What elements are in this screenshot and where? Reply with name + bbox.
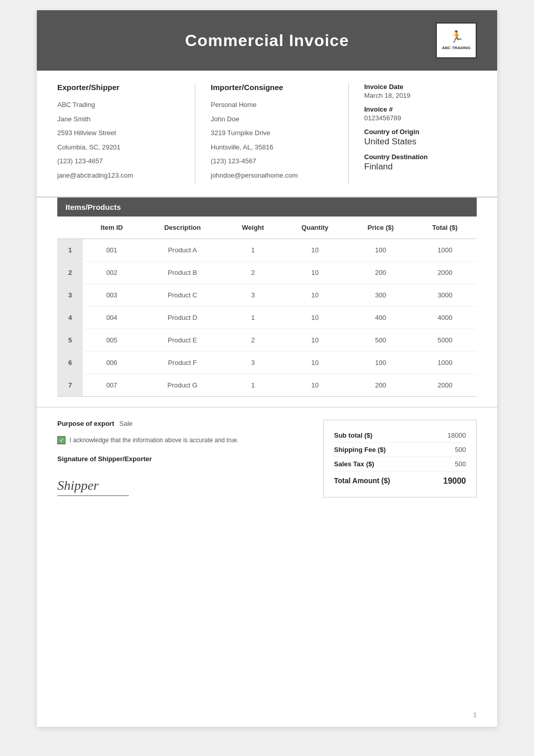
footer-section: Purpose of export Sale ✓ I acknowledge t… xyxy=(37,407,497,510)
row-price: 100 xyxy=(348,352,413,374)
destination-value: Finland xyxy=(364,162,477,172)
importer-company: Personal Home xyxy=(211,100,323,110)
row-item-id: 003 xyxy=(83,284,141,307)
row-weight: 2 xyxy=(224,262,282,284)
row-description: Product D xyxy=(141,307,224,329)
acknowledge-text: I acknowledge that the information above… xyxy=(70,436,239,445)
destination-label: Country Destination xyxy=(364,153,477,161)
table-row: 7 007 Product G 1 10 200 2000 xyxy=(57,374,477,397)
exporter-email: jane@abctrading123.com xyxy=(57,170,169,181)
row-total: 1000 xyxy=(413,239,477,262)
invoice-number-value: 0123456789 xyxy=(364,114,477,122)
row-number: 7 xyxy=(57,374,83,397)
col-qty-header: Quantity xyxy=(282,217,348,239)
exporter-header: Exporter/Shipper xyxy=(57,83,169,92)
row-item-id: 004 xyxy=(83,307,141,329)
row-number: 4 xyxy=(57,307,83,329)
table-row: 5 005 Product E 2 10 500 5000 xyxy=(57,329,477,352)
row-item-id: 006 xyxy=(83,352,141,374)
col-weight-header: Weight xyxy=(224,217,282,239)
vertical-divider xyxy=(195,83,195,184)
table-row: 2 002 Product B 2 10 200 2000 xyxy=(57,262,477,284)
purpose-value: Sale xyxy=(119,420,132,427)
header: Commercial Invoice 🏃 ABC TRADING xyxy=(37,10,497,71)
importer-header: Importer/Consignee xyxy=(211,83,323,92)
total-value: 19000 xyxy=(443,477,466,486)
row-quantity: 10 xyxy=(282,307,348,329)
subtotal-value: 18000 xyxy=(448,431,466,439)
items-table: Item ID Description Weight Quantity Pric… xyxy=(57,217,477,397)
importer-phone: (123) 123-4567 xyxy=(211,156,323,166)
exporter-company: ABC Trading xyxy=(57,100,169,110)
invoice-number-label: Invoice # xyxy=(364,105,477,113)
invoice-date-label: Invoice Date xyxy=(364,83,477,91)
table-body: 1 001 Product A 1 10 100 1000 2 002 Prod… xyxy=(57,239,477,397)
row-price: 200 xyxy=(348,374,413,397)
importer-column: Importer/Consignee Personal Home John Do… xyxy=(211,83,333,184)
table-header: Item ID Description Weight Quantity Pric… xyxy=(57,217,477,239)
col-total-header: Total ($) xyxy=(413,217,477,239)
row-total: 1000 xyxy=(413,352,477,374)
importer-address2: Huntsville, AL, 35816 xyxy=(211,142,323,153)
invoice-info-column: Invoice Date March 18, 2019 Invoice # 01… xyxy=(364,83,477,184)
row-total: 3000 xyxy=(413,284,477,307)
row-total: 5000 xyxy=(413,329,477,352)
row-weight: 2 xyxy=(224,329,282,352)
row-quantity: 10 xyxy=(282,239,348,262)
row-description: Product A xyxy=(141,239,224,262)
subtotal-row: Sub total ($) 18000 xyxy=(334,428,466,443)
col-itemid-header: Item ID xyxy=(83,217,141,239)
vertical-divider-2 xyxy=(348,83,349,184)
row-item-id: 005 xyxy=(83,329,141,352)
importer-address1: 3219 Turnpike Drive xyxy=(211,128,323,138)
exporter-phone: (123) 123-4657 xyxy=(57,156,169,166)
row-quantity: 10 xyxy=(282,284,348,307)
invoice-date-value: March 18, 2019 xyxy=(364,92,477,99)
exporter-address2: Columbia, SC, 29201 xyxy=(57,142,169,153)
row-quantity: 10 xyxy=(282,374,348,397)
row-price: 300 xyxy=(348,284,413,307)
row-quantity: 10 xyxy=(282,352,348,374)
page-number: 1 xyxy=(473,711,477,719)
row-description: Product F xyxy=(141,352,224,374)
footer-left: Purpose of export Sale ✓ I acknowledge t… xyxy=(57,420,308,498)
row-number: 1 xyxy=(57,239,83,262)
row-weight: 1 xyxy=(224,307,282,329)
total-label: Total Amount ($) xyxy=(334,477,390,486)
invoice-page: Commercial Invoice 🏃 ABC TRADING Exporte… xyxy=(37,10,497,727)
row-price: 400 xyxy=(348,307,413,329)
page-title: Commercial Invoice xyxy=(98,31,436,50)
col-desc-header: Description xyxy=(141,217,224,239)
acknowledge-row: ✓ I acknowledge that the information abo… xyxy=(57,436,308,445)
row-number: 6 xyxy=(57,352,83,374)
table-row: 4 004 Product D 1 10 400 4000 xyxy=(57,307,477,329)
row-item-id: 007 xyxy=(83,374,141,397)
importer-name: John Doe xyxy=(211,114,323,124)
row-description: Product B xyxy=(141,262,224,284)
row-total: 2000 xyxy=(413,374,477,397)
row-total: 4000 xyxy=(413,307,477,329)
row-description: Product E xyxy=(141,329,224,352)
row-weight: 3 xyxy=(224,284,282,307)
signature-area: Shipper xyxy=(57,478,129,496)
table-row: 3 003 Product C 3 10 300 3000 xyxy=(57,284,477,307)
tax-label: Sales Tax ($) xyxy=(334,460,374,468)
subtotal-label: Sub total ($) xyxy=(334,431,372,439)
items-section-title: Items/Products xyxy=(57,198,477,217)
row-weight: 3 xyxy=(224,352,282,374)
importer-email: johndoe@personalhome.com xyxy=(211,170,323,181)
acknowledge-checkbox[interactable]: ✓ xyxy=(57,436,65,444)
logo-text: ABC TRADING xyxy=(442,46,471,51)
row-number: 2 xyxy=(57,262,83,284)
row-number: 5 xyxy=(57,329,83,352)
total-row: Total Amount ($) 19000 xyxy=(334,473,466,489)
exporter-name: Jane Smith xyxy=(57,114,169,124)
row-price: 500 xyxy=(348,329,413,352)
row-description: Product G xyxy=(141,374,224,397)
origin-value: United States xyxy=(364,137,477,147)
signature-label: Signature of Shipper/Exporter xyxy=(57,455,308,463)
tax-row: Sales Tax ($) 500 xyxy=(334,457,466,471)
items-section: Items/Products Item ID Description Weigh… xyxy=(37,198,497,397)
row-description: Product C xyxy=(141,284,224,307)
origin-label: Country of Origin xyxy=(364,128,477,136)
